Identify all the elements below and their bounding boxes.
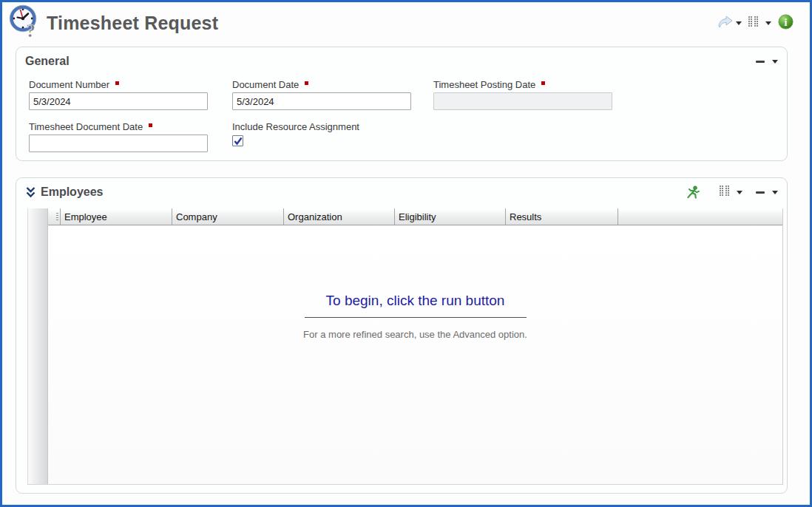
general-menu-caret-icon[interactable] [772,60,778,64]
timesheet-document-date-label: Timesheet Document Date [29,121,143,132]
run-icon [686,186,700,200]
columns-icon [748,16,763,30]
timesheet-clock-icon: ? [8,4,42,41]
empty-state-subtitle: For a more refined search, use the Advan… [48,329,782,340]
general-section: General Document Number Document Date Ti… [16,47,788,161]
header-actions: i [716,13,795,34]
employees-section-title: Employees [41,186,103,199]
general-section-header: General [25,52,778,71]
info-button[interactable]: i [777,13,795,34]
general-collapse-icon[interactable] [756,61,765,63]
general-section-title: General [25,55,70,68]
document-date-input[interactable] [232,92,411,110]
grip-icon [56,213,58,221]
grid-row-header-strip [28,208,48,484]
column-header-eligibility[interactable]: Eligibility [395,208,506,225]
column-header-results[interactable]: Results [506,208,618,225]
grid-columns-caret-icon [737,191,742,194]
svg-text:?: ? [26,20,35,38]
share-icon [717,15,734,32]
timesheet-posting-date-field: Timesheet Posting Date [433,78,618,110]
timesheet-request-window: ? Timesheet Request [0,0,812,507]
employees-menu-caret-icon[interactable] [772,191,778,194]
column-header-organization[interactable]: Organization [284,208,395,225]
page-title: Timesheet Request [47,13,218,34]
document-date-label: Document Date [232,79,299,90]
run-button[interactable] [686,186,700,200]
include-resource-assignment-label: Include Resource Assignment [232,121,359,132]
share-caret-icon [736,21,742,25]
column-header-company[interactable]: Company [172,208,284,225]
required-marker [115,81,119,85]
document-number-field: Document Number [29,78,214,110]
grid-body: To begin, click the run button For a mor… [48,225,782,484]
empty-state-title: To begin, click the run button [48,293,782,309]
employees-grid: Employee Company Organization Eligibilit… [27,208,783,485]
timesheet-posting-date-label: Timesheet Posting Date [433,79,535,90]
grid-header-row: Employee Company Organization Eligibilit… [48,208,782,225]
column-header-employee[interactable]: Employee [61,208,172,225]
timesheet-document-date-field: Timesheet Document Date [29,120,214,152]
app-header: ? Timesheet Request [8,5,795,41]
required-marker [149,123,152,127]
column-header-filler [618,208,782,225]
timesheet-posting-date-input [433,92,612,110]
empty-state-divider [305,317,527,318]
required-marker [305,81,308,85]
document-date-field: Document Date [232,78,417,110]
employees-collapse-icon[interactable] [756,191,765,194]
info-icon: i [778,14,794,33]
columns-icon [720,185,734,200]
employees-section: Employees [16,177,788,494]
svg-text:i: i [785,16,788,27]
columns-caret-icon [765,21,771,25]
include-resource-assignment-field: Include Resource Assignment [232,120,417,146]
document-number-label: Document Number [29,79,109,90]
grid-column-chooser-button[interactable] [718,183,744,201]
grid-empty-state: To begin, click the run button For a mor… [48,293,782,340]
share-menu-button[interactable] [716,13,743,33]
include-resource-assignment-checkbox[interactable] [232,135,243,146]
column-chooser-button[interactable] [747,14,773,32]
grid-corner-cell [48,208,61,225]
checkmark-icon [234,137,243,146]
employees-section-header: Employees [25,183,778,202]
document-number-input[interactable] [29,92,208,110]
expand-all-icon[interactable] [25,186,36,198]
timesheet-document-date-input[interactable] [29,135,208,152]
required-marker [541,81,545,85]
